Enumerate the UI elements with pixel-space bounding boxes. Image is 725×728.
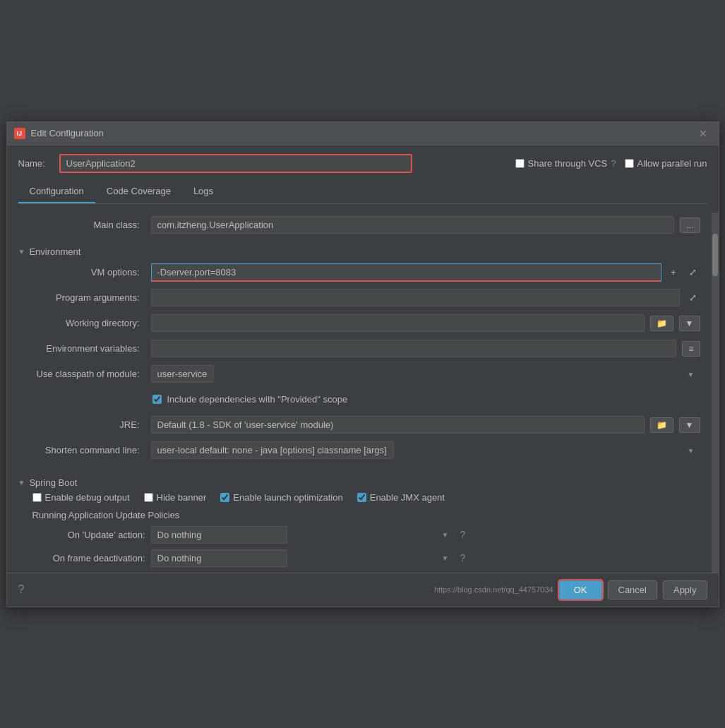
configuration-form: Main class: ... ▼ Environment VM options… xyxy=(18,213,700,573)
allow-parallel-label: Allow parallel run xyxy=(637,158,707,169)
running-policies-title: Running Application Update Policies xyxy=(18,507,700,523)
shorten-cmd-select-wrap: user-local default: none - java [options… xyxy=(151,441,700,459)
working-dir-label: Working directory: xyxy=(18,318,145,328)
environment-label: Environment xyxy=(29,246,80,257)
vertical-scrollbar[interactable] xyxy=(712,213,719,573)
enable-debug-item: Enable debug output xyxy=(32,492,130,503)
spring-boot-collapse-icon: ▼ xyxy=(18,479,25,487)
on-update-help-icon[interactable]: ? xyxy=(460,529,466,540)
env-vars-label: Environment variables: xyxy=(18,343,145,354)
dialog-body: Name: Share through VCS ? Allow parallel… xyxy=(7,145,719,213)
tab-code-coverage[interactable]: Code Coverage xyxy=(95,180,182,203)
working-dir-folder-button[interactable]: 📁 xyxy=(650,316,673,331)
main-class-row: Main class: ... xyxy=(18,215,700,235)
enable-jmx-label: Enable JMX agent xyxy=(370,492,445,503)
share-vcs-checkbox[interactable] xyxy=(515,159,525,168)
classpath-module-select-wrap: user-service xyxy=(151,365,700,383)
main-class-label: Main class: xyxy=(18,220,145,230)
enable-jmx-item: Enable JMX agent xyxy=(357,492,445,503)
enable-debug-checkbox[interactable] xyxy=(32,493,42,502)
main-class-browse-button[interactable]: ... xyxy=(680,217,700,233)
enable-launch-opt-item: Enable launch optimization xyxy=(220,492,342,503)
hide-banner-label: Hide banner xyxy=(157,492,207,503)
on-update-select-wrap: Do nothing Update classes and resources xyxy=(151,526,455,544)
close-button[interactable]: ✕ xyxy=(695,126,712,141)
program-args-row: Program arguments: ⤢ xyxy=(18,288,700,308)
env-vars-input[interactable] xyxy=(151,340,677,357)
help-button[interactable]: ? xyxy=(18,583,25,596)
on-update-label: On 'Update' action: xyxy=(32,530,145,540)
environment-section-header[interactable]: ▼ Environment xyxy=(18,246,700,257)
vm-options-input-wrap xyxy=(151,263,661,282)
vm-options-add-button[interactable]: + xyxy=(667,265,680,279)
include-deps-checkbox[interactable] xyxy=(152,395,162,404)
share-vcs-help-icon[interactable]: ? xyxy=(611,158,616,169)
spring-boot-section-header[interactable]: ▼ Spring Boot xyxy=(18,477,700,488)
jre-dropdown-button[interactable]: ▼ xyxy=(679,417,700,433)
share-vcs-row: Share through VCS ? xyxy=(515,158,616,169)
ok-button[interactable]: OK xyxy=(559,580,602,599)
working-dir-dropdown-button[interactable]: ▼ xyxy=(679,316,700,331)
allow-parallel-row: Allow parallel run xyxy=(625,158,707,169)
name-right-controls: Share through VCS ? Allow parallel run xyxy=(515,158,707,169)
environment-collapse-icon: ▼ xyxy=(18,248,25,256)
tab-configuration[interactable]: Configuration xyxy=(18,180,95,203)
program-args-label: Program arguments: xyxy=(18,292,145,303)
main-content-area: Main class: ... ▼ Environment VM options… xyxy=(7,213,719,573)
vm-options-label: VM options: xyxy=(18,267,145,278)
hide-banner-item: Hide banner xyxy=(144,492,207,503)
spring-boot-section: ▼ Spring Boot Enable debug output Hide b… xyxy=(18,472,700,570)
apply-button[interactable]: Apply xyxy=(663,580,707,599)
tab-logs[interactable]: Logs xyxy=(182,180,224,203)
program-args-expand-button[interactable]: ⤢ xyxy=(685,291,700,304)
on-frame-help-icon[interactable]: ? xyxy=(460,552,466,563)
working-dir-row: Working directory: 📁 ▼ xyxy=(18,314,700,333)
jre-folder-button[interactable]: 📁 xyxy=(650,417,673,433)
include-deps-label: Include dependencies with "Provided" sco… xyxy=(167,394,348,405)
watermark-text: https://blog.csdn.net/qq_44757034 xyxy=(434,585,553,594)
env-vars-edit-button[interactable]: ≡ xyxy=(682,341,700,357)
classpath-module-label: Use classpath of module: xyxy=(18,369,145,379)
on-update-row: On 'Update' action: Do nothing Update cl… xyxy=(18,523,700,547)
env-vars-row: Environment variables: ≡ xyxy=(18,339,700,359)
dialog-title: Edit Configuration xyxy=(31,128,689,138)
name-row: Name: Share through VCS ? Allow parallel… xyxy=(18,154,707,173)
shorten-cmd-label: Shorten command line: xyxy=(18,445,145,455)
cancel-button[interactable]: Cancel xyxy=(608,580,657,599)
working-dir-input[interactable] xyxy=(151,314,645,332)
main-class-input[interactable] xyxy=(151,216,675,234)
classpath-module-select[interactable]: user-service xyxy=(151,365,214,383)
app-icon: IJ xyxy=(14,128,25,139)
enable-launch-opt-checkbox[interactable] xyxy=(220,493,229,502)
jre-label: JRE: xyxy=(18,419,145,430)
name-label: Name: xyxy=(18,158,54,169)
shorten-cmd-row: Shorten command line: user-local default… xyxy=(18,441,700,460)
on-frame-label: On frame deactivation: xyxy=(32,553,145,563)
name-input[interactable] xyxy=(59,154,412,173)
on-frame-select[interactable]: Do nothing Update classes and resources xyxy=(151,549,287,567)
vm-options-row: VM options: + ⤢ xyxy=(18,263,700,282)
classpath-module-row: Use classpath of module: user-service xyxy=(18,364,700,384)
jre-input[interactable] xyxy=(151,416,645,434)
edit-configuration-dialog: IJ Edit Configuration ✕ Name: Share thro… xyxy=(6,121,719,607)
vm-options-input[interactable] xyxy=(152,264,661,280)
enable-jmx-checkbox[interactable] xyxy=(357,493,366,502)
allow-parallel-checkbox[interactable] xyxy=(625,159,634,168)
title-bar: IJ Edit Configuration ✕ xyxy=(7,122,719,145)
scrollbar-thumb[interactable] xyxy=(712,234,718,276)
spring-boot-label: Spring Boot xyxy=(29,477,77,488)
jre-row: JRE: 📁 ▼ xyxy=(18,415,700,435)
vm-options-expand-button[interactable]: ⤢ xyxy=(685,265,700,279)
on-update-select[interactable]: Do nothing Update classes and resources xyxy=(151,526,287,544)
include-deps-row: Include dependencies with "Provided" sco… xyxy=(18,390,700,410)
dialog-footer: ? https://blog.csdn.net/qq_44757034 OK C… xyxy=(7,573,719,607)
enable-debug-label: Enable debug output xyxy=(45,492,130,503)
tabs: Configuration Code Coverage Logs xyxy=(18,180,707,204)
content-area: Main class: ... ▼ Environment VM options… xyxy=(7,213,712,573)
enable-launch-opt-label: Enable launch optimization xyxy=(233,492,342,503)
on-frame-select-wrap: Do nothing Update classes and resources xyxy=(151,549,455,567)
program-args-input[interactable] xyxy=(151,289,680,306)
on-frame-row: On frame deactivation: Do nothing Update… xyxy=(18,547,700,570)
shorten-cmd-select[interactable]: user-local default: none - java [options… xyxy=(151,441,394,459)
hide-banner-checkbox[interactable] xyxy=(144,493,153,502)
